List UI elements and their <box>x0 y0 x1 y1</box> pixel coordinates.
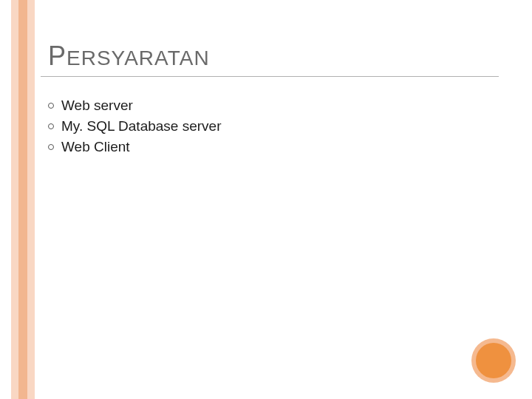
title-first-letter: P <box>48 41 66 71</box>
list-item-text: Web Client <box>61 139 130 155</box>
slide-container: PERSYARATAN Web server My. SQL Database … <box>0 0 532 399</box>
title-underline <box>41 76 499 77</box>
slide-title: PERSYARATAN <box>48 41 510 72</box>
list-item-text: Web server <box>61 98 133 114</box>
title-rest: ERSYARATAN <box>66 47 210 69</box>
bullet-list: Web server My. SQL Database server Web C… <box>48 98 510 155</box>
list-item-text: My. SQL Database server <box>61 118 221 134</box>
bullet-icon <box>48 123 54 129</box>
bullet-icon <box>48 103 54 109</box>
list-item: My. SQL Database server <box>48 118 510 134</box>
bullet-icon <box>48 144 54 150</box>
list-item: Web Client <box>48 139 510 155</box>
left-accent-bar-inner <box>18 0 27 399</box>
decorative-circle-inner <box>476 343 511 378</box>
list-item: Web server <box>48 98 510 114</box>
